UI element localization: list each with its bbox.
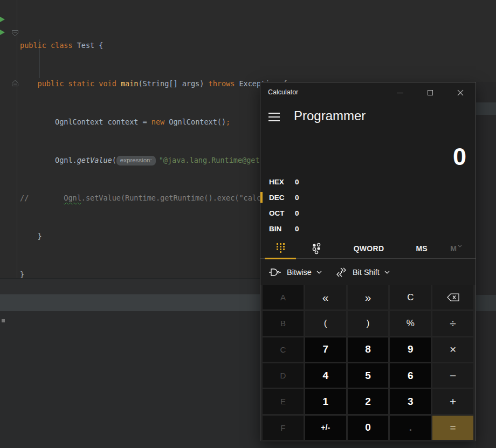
gutter-separator: [17, 0, 17, 279]
operations-bar: Bitwise Bit Shift: [260, 260, 476, 284]
radix-row-dec[interactable]: DEC 0: [260, 190, 476, 205]
close-button[interactable]: [445, 82, 476, 103]
close-icon: [457, 89, 464, 96]
key-open-paren[interactable]: (: [305, 311, 346, 335]
key-rsh[interactable]: »: [348, 285, 389, 309]
key-plus-minus[interactable]: +/-: [305, 416, 346, 440]
key-close-paren[interactable]: ): [348, 311, 389, 335]
radix-row-bin[interactable]: BIN 0: [260, 221, 476, 237]
menu-button[interactable]: [268, 113, 280, 121]
bit-shift-dropdown[interactable]: Bit Shift: [336, 267, 390, 278]
tool-window-button[interactable]: [2, 319, 5, 322]
key-minus[interactable]: −: [432, 363, 473, 388]
parameter-hint-chip: expression:: [116, 156, 156, 166]
memory-recall-button: M: [443, 238, 470, 259]
right-side-panel: [476, 82, 496, 448]
maximize-button[interactable]: [415, 82, 445, 103]
run-main-icon[interactable]: [0, 30, 5, 35]
radix-row-hex[interactable]: HEX 0: [260, 174, 476, 190]
backspace-icon: [447, 293, 459, 301]
key-backspace[interactable]: [432, 285, 473, 309]
bit-toggle-icon: [311, 243, 322, 254]
keypad: A « » C B ( ) % ÷ C 7 8 9 × D 4: [260, 285, 476, 442]
key-e: E: [263, 389, 304, 413]
bit-toggle-tab[interactable]: [301, 238, 332, 259]
bitwise-dropdown[interactable]: Bitwise: [269, 268, 322, 277]
calculator-header: Programmer: [260, 106, 476, 131]
bitwise-gate-icon: [269, 268, 281, 277]
key-d: D: [263, 363, 304, 388]
chevron-down-icon: [384, 271, 390, 274]
word-size-button[interactable]: QWORD: [339, 238, 398, 259]
screen: public class Test { public static void m…: [0, 0, 496, 448]
minimize-button[interactable]: [385, 82, 415, 103]
key-plus[interactable]: +: [432, 389, 473, 413]
key-1[interactable]: 1: [305, 389, 346, 413]
key-f: F: [263, 416, 304, 440]
key-7[interactable]: 7: [305, 337, 346, 362]
key-divide[interactable]: ÷: [432, 311, 473, 335]
typo-underlined-token: Ognl: [64, 194, 81, 202]
full-keypad-tab[interactable]: [265, 238, 296, 259]
mode-title: Programmer: [294, 108, 366, 123]
key-b: B: [263, 311, 304, 335]
key-5[interactable]: 5: [348, 363, 389, 388]
chevron-down-icon: [458, 245, 462, 247]
key-decimal: .: [390, 416, 431, 440]
memory-store-button[interactable]: MS: [407, 238, 436, 259]
run-class-icon[interactable]: [0, 17, 5, 22]
selected-tab-underline: [265, 258, 296, 259]
chevron-down-icon: [316, 271, 322, 274]
key-equals[interactable]: =: [432, 416, 473, 440]
caption-buttons: [385, 82, 476, 103]
key-clear[interactable]: C: [390, 285, 431, 309]
hamburger-menu-icon: [268, 113, 280, 114]
key-3[interactable]: 3: [390, 389, 431, 413]
radix-row-oct[interactable]: OCT 0: [260, 205, 476, 221]
key-8[interactable]: 8: [348, 337, 389, 362]
fold-collapse-icon[interactable]: [11, 30, 19, 37]
code-line-1: public class Test {: [20, 39, 492, 52]
key-6[interactable]: 6: [390, 363, 431, 388]
selected-radix-marker: [260, 192, 263, 203]
key-multiply[interactable]: ×: [432, 337, 473, 362]
radix-list: HEX 0 DEC 0 OCT 0 BIN 0: [260, 174, 476, 237]
minimize-icon: [397, 93, 403, 93]
key-c: C: [263, 337, 304, 362]
calculator-display: 0: [260, 140, 476, 171]
key-lsh[interactable]: «: [305, 285, 346, 309]
key-4[interactable]: 4: [305, 363, 346, 388]
fold-collapse-end-icon[interactable]: [11, 79, 19, 87]
right-panel-band: [476, 102, 496, 115]
keypad-icon: [275, 243, 286, 254]
window-title: Calculator: [268, 88, 298, 96]
key-percent[interactable]: %: [390, 311, 431, 335]
maximize-icon: [428, 90, 433, 95]
key-9[interactable]: 9: [390, 337, 431, 362]
bit-shift-icon: [336, 267, 347, 278]
key-0[interactable]: 0: [348, 416, 389, 440]
calculator-window: Calculator Programmer 0 HEX 0: [260, 82, 476, 441]
display-value: 0: [453, 143, 466, 171]
key-2[interactable]: 2: [348, 389, 389, 413]
calculator-titlebar[interactable]: Calculator: [260, 82, 476, 103]
right-panel-band-2: [476, 295, 496, 311]
memory-toolbar: QWORD MS M: [260, 238, 476, 259]
key-a: A: [263, 285, 304, 309]
